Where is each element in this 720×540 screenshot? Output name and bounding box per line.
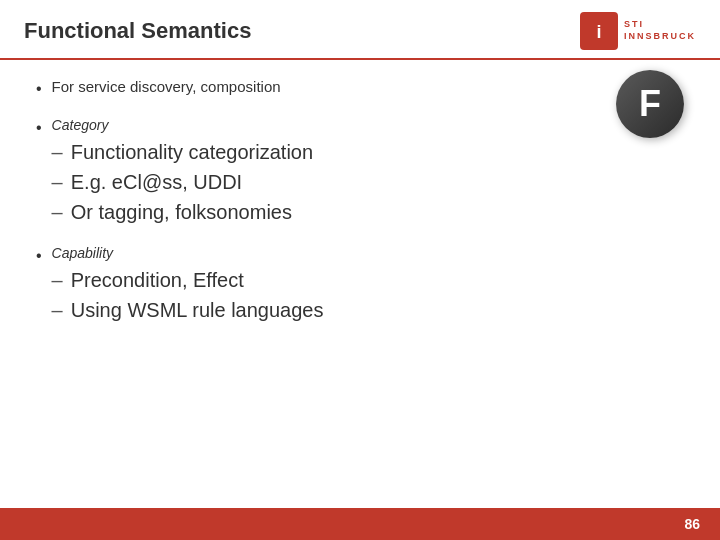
bullet-category-content: Category – Functionality categorization … xyxy=(52,117,680,227)
bullet-discovery-text: For service discovery, composition xyxy=(52,78,680,95)
content-area: F • For service discovery, composition •… xyxy=(0,60,720,361)
category-sub-text-1: Functionality categorization xyxy=(71,137,313,167)
category-sub-text-2: E.g. eCl@ss, UDDI xyxy=(71,167,242,197)
dash-3: – xyxy=(52,197,63,227)
bullet-category: • Category – Functionality categorizatio… xyxy=(36,117,680,227)
logo-area: i STI INNSBRUCK xyxy=(580,12,696,50)
slide: Functional Semantics i STI INNSBRUCK F •… xyxy=(0,0,720,540)
dash-2: – xyxy=(52,167,63,197)
footer: 86 xyxy=(0,508,720,540)
dash-5: – xyxy=(52,295,63,325)
category-sub-items: – Functionality categorization – E.g. eC… xyxy=(52,137,680,227)
bullet-dot-2: • xyxy=(36,119,42,137)
capability-sub-items: – Precondition, Effect – Using WSML rule… xyxy=(52,265,680,325)
sti-logo-icon: i xyxy=(580,12,618,50)
category-sub-item-2: – E.g. eCl@ss, UDDI xyxy=(52,167,680,197)
f-badge: F xyxy=(616,70,684,138)
category-sub-text-3: Or tagging, folksonomies xyxy=(71,197,292,227)
page-number: 86 xyxy=(684,516,700,532)
category-sub-item-3: – Or tagging, folksonomies xyxy=(52,197,680,227)
f-badge-letter: F xyxy=(639,83,661,125)
capability-sub-text-1: Precondition, Effect xyxy=(71,265,244,295)
dash-1: – xyxy=(52,137,63,167)
header: Functional Semantics i STI INNSBRUCK xyxy=(0,0,720,60)
slide-title: Functional Semantics xyxy=(24,18,251,44)
capability-label: Capability xyxy=(52,245,680,261)
bullet-capability: • Capability – Precondition, Effect – Us… xyxy=(36,245,680,325)
bullet-discovery: • For service discovery, composition xyxy=(36,78,680,99)
bullet-dot-1: • xyxy=(36,80,42,98)
category-sub-item-1: – Functionality categorization xyxy=(52,137,680,167)
capability-sub-item-2: – Using WSML rule languages xyxy=(52,295,680,325)
bullet-capability-content: Capability – Precondition, Effect – Usin… xyxy=(52,245,680,325)
category-label: Category xyxy=(52,117,680,133)
svg-text:i: i xyxy=(596,22,601,42)
logo-text: STI INNSBRUCK xyxy=(624,19,696,42)
bullet-dot-3: • xyxy=(36,247,42,265)
bullet-discovery-content: For service discovery, composition xyxy=(52,78,680,99)
capability-sub-text-2: Using WSML rule languages xyxy=(71,295,324,325)
capability-sub-item-1: – Precondition, Effect xyxy=(52,265,680,295)
dash-4: – xyxy=(52,265,63,295)
